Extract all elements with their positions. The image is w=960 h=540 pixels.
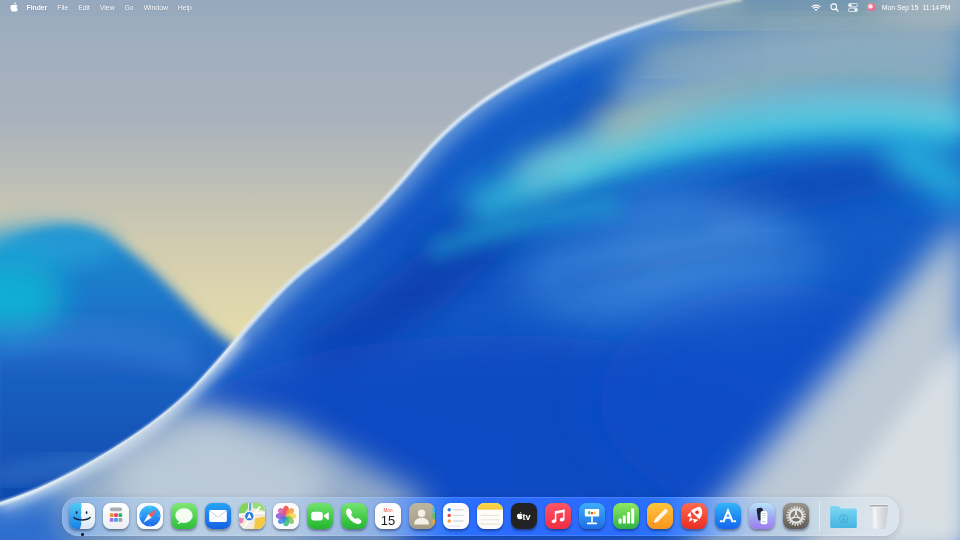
svg-text:15: 15 — [381, 513, 395, 528]
svg-text:tv: tv — [523, 512, 531, 522]
